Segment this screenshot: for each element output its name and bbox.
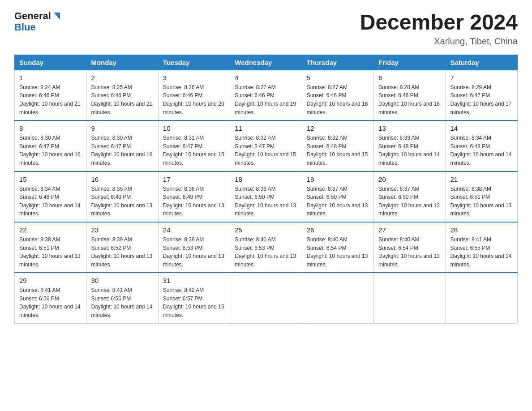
day-number: 23 [91, 226, 153, 234]
day-info: Sunrise: 8:33 AMSunset: 6:48 PMDaylight:… [378, 134, 441, 167]
calendar-cell: 19 Sunrise: 8:37 AMSunset: 6:50 PMDaylig… [302, 171, 373, 222]
logo-general: General [14, 11, 51, 21]
day-info: Sunrise: 8:38 AMSunset: 6:51 PMDaylight:… [19, 235, 82, 269]
day-info: Sunrise: 8:37 AMSunset: 6:50 PMDaylight:… [307, 185, 369, 218]
day-number: 27 [378, 226, 441, 234]
calendar-cell: 23 Sunrise: 8:39 AMSunset: 6:52 PMDaylig… [86, 222, 158, 273]
day-info: Sunrise: 8:24 AMSunset: 6:46 PMDaylight:… [19, 83, 82, 116]
day-info: Sunrise: 8:30 AMSunset: 6:47 PMDaylight:… [19, 134, 82, 167]
calendar-cell: 18 Sunrise: 8:36 AMSunset: 6:50 PMDaylig… [230, 171, 302, 222]
day-info: Sunrise: 8:39 AMSunset: 6:52 PMDaylight:… [91, 235, 153, 269]
day-info: Sunrise: 8:37 AMSunset: 6:50 PMDaylight:… [378, 185, 441, 218]
day-number: 14 [450, 124, 513, 132]
day-number: 25 [235, 226, 297, 234]
calendar-cell: 22 Sunrise: 8:38 AMSunset: 6:51 PMDaylig… [15, 222, 86, 273]
svg-marker-0 [54, 13, 60, 20]
logo-arrow-icon [52, 12, 62, 21]
day-number: 7 [450, 74, 513, 81]
day-info: Sunrise: 8:32 AMSunset: 6:48 PMDaylight:… [307, 134, 369, 167]
calendar-cell: 12 Sunrise: 8:32 AMSunset: 6:48 PMDaylig… [302, 120, 373, 171]
day-info: Sunrise: 8:32 AMSunset: 6:47 PMDaylight:… [235, 134, 297, 167]
day-number: 12 [307, 124, 369, 132]
day-info: Sunrise: 8:41 AMSunset: 6:55 PMDaylight:… [450, 235, 513, 269]
calendar-cell: 11 Sunrise: 8:32 AMSunset: 6:47 PMDaylig… [230, 120, 302, 171]
weekday-header-thursday: Thursday [302, 55, 373, 70]
calendar-cell: 10 Sunrise: 8:31 AMSunset: 6:47 PMDaylig… [158, 120, 230, 171]
day-number: 5 [307, 74, 369, 81]
calendar-cell: 8 Sunrise: 8:30 AMSunset: 6:47 PMDayligh… [15, 120, 86, 171]
day-info: Sunrise: 8:40 AMSunset: 6:54 PMDaylight:… [307, 235, 369, 269]
calendar-cell: 7 Sunrise: 8:29 AMSunset: 6:47 PMDayligh… [446, 70, 517, 120]
calendar-cell: 28 Sunrise: 8:41 AMSunset: 6:55 PMDaylig… [446, 222, 517, 273]
weekday-header-monday: Monday [86, 55, 158, 70]
calendar-cell: 25 Sunrise: 8:40 AMSunset: 6:53 PMDaylig… [230, 222, 302, 273]
weekday-header-row: SundayMondayTuesdayWednesdayThursdayFrid… [15, 55, 518, 70]
logo-blue: Blue [14, 21, 36, 33]
calendar-cell: 27 Sunrise: 8:40 AMSunset: 6:54 PMDaylig… [374, 222, 446, 273]
calendar-cell: 1 Sunrise: 8:24 AMSunset: 6:46 PMDayligh… [15, 70, 86, 120]
day-info: Sunrise: 8:34 AMSunset: 6:48 PMDaylight:… [450, 134, 513, 167]
day-number: 30 [91, 277, 153, 284]
calendar-cell: 13 Sunrise: 8:33 AMSunset: 6:48 PMDaylig… [374, 120, 446, 171]
weekday-header-friday: Friday [374, 55, 446, 70]
day-info: Sunrise: 8:35 AMSunset: 6:49 PMDaylight:… [91, 185, 153, 218]
calendar-week-row: 29 Sunrise: 8:41 AMSunset: 6:56 PMDaylig… [15, 273, 518, 323]
calendar-week-row: 15 Sunrise: 8:34 AMSunset: 6:48 PMDaylig… [15, 171, 518, 222]
day-info: Sunrise: 8:41 AMSunset: 6:56 PMDaylight:… [19, 286, 82, 319]
calendar-cell: 24 Sunrise: 8:39 AMSunset: 6:53 PMDaylig… [158, 222, 230, 273]
day-number: 21 [450, 176, 513, 183]
day-number: 20 [378, 176, 441, 183]
day-info: Sunrise: 8:42 AMSunset: 6:57 PMDaylight:… [163, 286, 225, 319]
calendar-cell: 9 Sunrise: 8:30 AMSunset: 6:47 PMDayligh… [86, 120, 158, 171]
day-number: 28 [450, 226, 513, 234]
calendar-cell: 17 Sunrise: 8:36 AMSunset: 6:49 PMDaylig… [158, 171, 230, 222]
calendar-cell: 3 Sunrise: 8:26 AMSunset: 6:46 PMDayligh… [158, 70, 230, 120]
calendar-cell: 16 Sunrise: 8:35 AMSunset: 6:49 PMDaylig… [86, 171, 158, 222]
day-number: 8 [19, 124, 82, 132]
calendar-cell: 29 Sunrise: 8:41 AMSunset: 6:56 PMDaylig… [15, 273, 86, 323]
day-number: 15 [19, 176, 82, 183]
calendar-week-row: 22 Sunrise: 8:38 AMSunset: 6:51 PMDaylig… [15, 222, 518, 273]
day-info: Sunrise: 8:38 AMSunset: 6:51 PMDaylight:… [450, 185, 513, 218]
day-info: Sunrise: 8:36 AMSunset: 6:49 PMDaylight:… [163, 185, 225, 218]
calendar-cell: 5 Sunrise: 8:27 AMSunset: 6:46 PMDayligh… [302, 70, 373, 120]
day-info: Sunrise: 8:40 AMSunset: 6:54 PMDaylight:… [378, 235, 441, 269]
day-number: 9 [91, 124, 153, 132]
day-number: 18 [235, 176, 297, 183]
calendar-cell [374, 273, 446, 323]
day-number: 19 [307, 176, 369, 183]
day-number: 11 [235, 124, 297, 132]
calendar-cell: 30 Sunrise: 8:41 AMSunset: 6:56 PMDaylig… [86, 273, 158, 323]
calendar-cell: 20 Sunrise: 8:37 AMSunset: 6:50 PMDaylig… [374, 171, 446, 222]
logo: General Blue [14, 11, 62, 33]
day-number: 10 [163, 124, 225, 132]
day-number: 13 [378, 124, 441, 132]
weekday-header-sunday: Sunday [15, 55, 86, 70]
day-number: 3 [163, 74, 225, 81]
weekday-header-tuesday: Tuesday [158, 55, 230, 70]
weekday-header-wednesday: Wednesday [230, 55, 302, 70]
calendar-cell [446, 273, 517, 323]
day-info: Sunrise: 8:27 AMSunset: 6:46 PMDaylight:… [307, 83, 369, 116]
day-number: 2 [91, 74, 153, 81]
day-info: Sunrise: 8:25 AMSunset: 6:46 PMDaylight:… [91, 83, 153, 116]
day-number: 26 [307, 226, 369, 234]
day-info: Sunrise: 8:40 AMSunset: 6:53 PMDaylight:… [235, 235, 297, 269]
day-info: Sunrise: 8:26 AMSunset: 6:46 PMDaylight:… [163, 83, 225, 116]
calendar-cell: 14 Sunrise: 8:34 AMSunset: 6:48 PMDaylig… [446, 120, 517, 171]
calendar-cell: 21 Sunrise: 8:38 AMSunset: 6:51 PMDaylig… [446, 171, 517, 222]
day-info: Sunrise: 8:31 AMSunset: 6:47 PMDaylight:… [163, 134, 225, 167]
page-header: General Blue December 2024 Xarlung, Tibe… [14, 11, 518, 47]
calendar-cell: 2 Sunrise: 8:25 AMSunset: 6:46 PMDayligh… [86, 70, 158, 120]
location-title: Xarlung, Tibet, China [360, 36, 518, 47]
day-number: 29 [19, 277, 82, 284]
calendar-week-row: 1 Sunrise: 8:24 AMSunset: 6:46 PMDayligh… [15, 70, 518, 120]
day-info: Sunrise: 8:36 AMSunset: 6:50 PMDaylight:… [235, 185, 297, 218]
day-number: 1 [19, 74, 82, 81]
day-number: 22 [19, 226, 82, 234]
title-block: December 2024 Xarlung, Tibet, China [360, 11, 518, 47]
month-title: December 2024 [360, 11, 518, 34]
calendar-cell: 15 Sunrise: 8:34 AMSunset: 6:48 PMDaylig… [15, 171, 86, 222]
day-info: Sunrise: 8:39 AMSunset: 6:53 PMDaylight:… [163, 235, 225, 269]
day-info: Sunrise: 8:30 AMSunset: 6:47 PMDaylight:… [91, 134, 153, 167]
